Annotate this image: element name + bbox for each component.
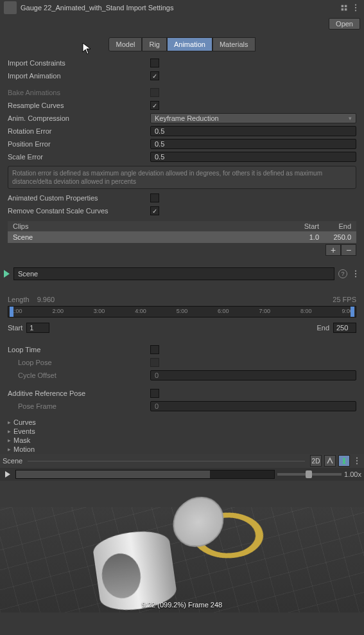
inspector-title: Gauge 22_Animated_with_Stand Import Sett… bbox=[21, 4, 340, 12]
preview-object-body bbox=[91, 527, 178, 613]
speed-text: 1.00x bbox=[344, 470, 361, 478]
resample-curves-checkbox[interactable] bbox=[150, 101, 159, 110]
preview-2d-button[interactable]: 2D bbox=[310, 455, 322, 467]
tab-animation[interactable]: Animation bbox=[167, 37, 212, 51]
animated-custom-props-checkbox[interactable] bbox=[150, 193, 159, 202]
clip-name-input[interactable]: Scene bbox=[13, 267, 334, 280]
cycle-offset-input[interactable]: 0 bbox=[150, 370, 356, 380]
loop-time-label: Loop Time bbox=[8, 346, 150, 353]
rotation-error-label: Rotation Error bbox=[8, 127, 150, 135]
svg-point-1 bbox=[355, 7, 356, 8]
divider bbox=[28, 461, 305, 461]
speed-slider[interactable] bbox=[277, 473, 342, 476]
scale-error-input[interactable]: 0.5 bbox=[150, 152, 356, 162]
svg-point-6 bbox=[343, 458, 345, 460]
svg-point-0 bbox=[355, 4, 356, 5]
tab-rig[interactable]: Rig bbox=[142, 37, 167, 51]
tab-model[interactable]: Model bbox=[108, 37, 142, 51]
pose-frame-label: Pose Frame bbox=[8, 402, 150, 410]
end-input[interactable]: 250 bbox=[333, 323, 356, 333]
additive-ref-label: Additive Reference Pose bbox=[8, 389, 150, 397]
loop-time-checkbox[interactable] bbox=[150, 345, 159, 354]
bake-animations-label: Bake Animations bbox=[8, 89, 150, 96]
clips-col-start: Start bbox=[287, 222, 319, 230]
svg-point-7 bbox=[356, 457, 358, 458]
timeline-end-handle[interactable] bbox=[351, 307, 354, 317]
import-constraints-checkbox[interactable] bbox=[150, 58, 159, 67]
position-error-input[interactable]: 0.5 bbox=[150, 139, 356, 149]
svg-point-8 bbox=[356, 460, 358, 461]
fps-label: 25 FPS bbox=[333, 296, 356, 303]
asset-icon bbox=[4, 1, 17, 14]
clip-row[interactable]: Scene 1.0 250.0 bbox=[8, 231, 356, 243]
inspector-header: Gauge 22_Animated_with_Stand Import Sett… bbox=[0, 0, 364, 15]
svg-point-4 bbox=[355, 273, 356, 274]
menu-icon[interactable] bbox=[351, 3, 360, 12]
preview-scrubber[interactable] bbox=[15, 470, 275, 479]
end-label: End bbox=[316, 324, 329, 332]
remove-constant-scale-checkbox[interactable] bbox=[150, 206, 159, 215]
timeline-start-handle[interactable] bbox=[10, 307, 13, 317]
clip-menu-icon[interactable] bbox=[351, 269, 360, 278]
fold-motion[interactable]: Motion bbox=[0, 445, 364, 454]
cycle-offset-label: Cycle Offset bbox=[8, 371, 150, 379]
loop-pose-label: Loop Pose bbox=[8, 359, 150, 366]
open-button[interactable]: Open bbox=[329, 18, 360, 30]
add-clip-button[interactable]: + bbox=[325, 244, 341, 256]
preview-status-text: 9:22 (099.2%) Frame 248 bbox=[0, 601, 364, 609]
remove-constant-scale-label: Remove Constant Scale Curves bbox=[8, 207, 150, 215]
clips-col-name: Clips bbox=[13, 222, 287, 230]
import-animation-checkbox[interactable] bbox=[150, 71, 159, 80]
clip-start: 1.0 bbox=[287, 233, 319, 241]
position-error-label: Position Error bbox=[8, 140, 150, 148]
preview-controls: 1.00x bbox=[0, 468, 364, 481]
start-label: Start bbox=[8, 324, 22, 332]
length-value: 9.960 bbox=[37, 296, 55, 303]
remove-clip-button[interactable]: − bbox=[341, 244, 356, 256]
help-icon[interactable]: ? bbox=[338, 269, 347, 278]
loop-pose-checkbox bbox=[150, 358, 159, 367]
svg-point-5 bbox=[355, 276, 356, 277]
preview-header: Scene 2D bbox=[0, 454, 364, 468]
clips-col-end: End bbox=[319, 222, 351, 230]
play-button[interactable] bbox=[3, 469, 13, 479]
clip-icon bbox=[4, 270, 10, 278]
clip-name: Scene bbox=[13, 233, 287, 241]
length-label: Length bbox=[8, 296, 30, 303]
anim-compression-select[interactable]: Keyframe Reduction bbox=[150, 113, 356, 123]
fold-mask[interactable]: Mask bbox=[0, 436, 364, 445]
rotation-error-input[interactable]: 0.5 bbox=[150, 126, 356, 136]
preset-icon[interactable] bbox=[340, 3, 349, 12]
preview-menu-icon[interactable] bbox=[352, 456, 361, 465]
scale-error-label: Scale Error bbox=[8, 153, 150, 161]
svg-point-2 bbox=[355, 10, 356, 11]
svg-point-9 bbox=[356, 463, 358, 464]
preview-viewport[interactable]: 9:22 (099.2%) Frame 248 bbox=[0, 481, 364, 613]
mouse-cursor bbox=[82, 42, 92, 55]
additive-ref-checkbox[interactable] bbox=[150, 389, 159, 398]
clip-timeline[interactable]: 1:002:003:004:005:006:007:008:009:00 bbox=[8, 306, 356, 318]
svg-point-3 bbox=[355, 270, 356, 271]
animated-custom-props-label: Animated Custom Properties bbox=[8, 194, 150, 202]
import-tabs: Model Rig Animation Materials bbox=[0, 32, 364, 57]
import-constraints-label: Import Constraints bbox=[8, 59, 150, 67]
bake-animations-checkbox bbox=[150, 88, 159, 97]
anim-compression-value: Keyframe Reduction bbox=[155, 114, 219, 122]
tab-materials[interactable]: Materials bbox=[212, 37, 256, 51]
resample-curves-label: Resample Curves bbox=[8, 102, 150, 109]
clip-end: 250.0 bbox=[319, 233, 351, 241]
anim-compression-label: Anim. Compression bbox=[8, 114, 150, 122]
pose-frame-input[interactable]: 0 bbox=[150, 401, 356, 411]
clips-header: Clips Start End bbox=[8, 221, 356, 231]
preview-title: Scene bbox=[3, 457, 22, 465]
start-input[interactable]: 1 bbox=[26, 323, 49, 333]
import-animation-label: Import Animation bbox=[8, 72, 150, 80]
preview-avatar-button[interactable] bbox=[338, 455, 350, 467]
error-help-text: Rotation error is defined as maximum ang… bbox=[8, 166, 356, 189]
timeline-ticks: 1:002:003:004:005:006:007:008:009:00 bbox=[8, 307, 356, 316]
fold-events[interactable]: Events bbox=[0, 427, 364, 436]
preview-pivot-button[interactable] bbox=[324, 455, 336, 467]
fold-curves[interactable]: Curves bbox=[0, 418, 364, 427]
